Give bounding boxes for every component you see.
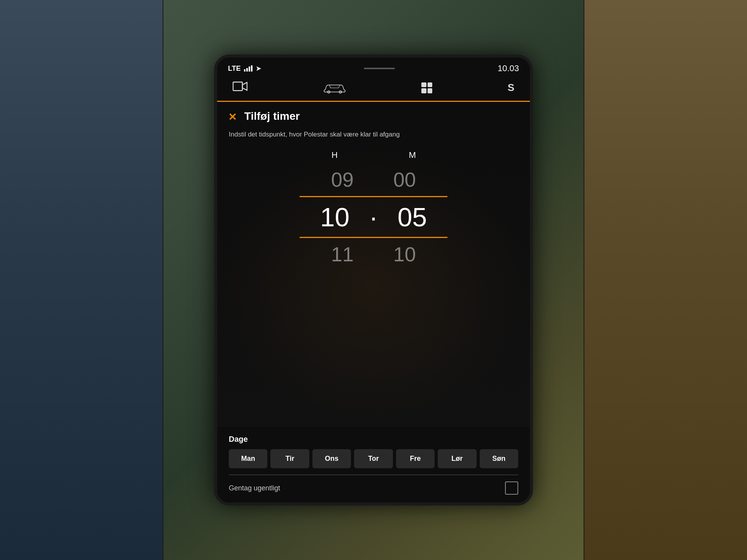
repeat-section: Gentag ugentligt xyxy=(217,475,530,502)
right-seat xyxy=(584,0,747,560)
days-row: Man Tir Ons Tor Fre Lør Søn xyxy=(229,449,518,468)
nav-bar: S xyxy=(217,78,530,101)
signal-icon xyxy=(244,65,253,72)
left-seat xyxy=(0,0,163,560)
hour-above: 09 xyxy=(323,168,362,191)
status-bar: LTE ➤ 10.03 xyxy=(217,58,530,78)
lte-label: LTE xyxy=(228,65,241,73)
time-scroll[interactable]: 09 00 10 · 05 11 10 xyxy=(229,165,518,269)
subtitle: Indstil det tidspunkt, hvor Polestar ska… xyxy=(217,129,530,146)
signal-bar-2 xyxy=(246,68,248,72)
page-title: Tilføj timer xyxy=(244,110,300,122)
close-button[interactable]: × xyxy=(229,110,237,123)
hour-selected[interactable]: 10 xyxy=(316,202,354,232)
location-icon: ➤ xyxy=(256,64,261,73)
grid-cell-2 xyxy=(428,82,433,88)
grid-cell-4 xyxy=(428,88,433,93)
repeat-label: Gentag ugentligt xyxy=(229,484,280,492)
status-center-bar xyxy=(364,68,395,69)
day-lor[interactable]: Lør xyxy=(438,449,476,468)
signal-bar-3 xyxy=(249,66,250,72)
page-header: × Tilføj timer xyxy=(217,102,530,129)
screen: LTE ➤ 10.03 xyxy=(217,58,530,502)
orange-line-bottom xyxy=(300,237,447,238)
signal-bar-4 xyxy=(251,65,253,72)
hour-label: H xyxy=(319,150,350,160)
day-ons[interactable]: Ons xyxy=(312,449,351,468)
day-tor[interactable]: Tor xyxy=(354,449,393,468)
grid-cell-3 xyxy=(421,88,426,93)
status-time: 10.03 xyxy=(498,63,519,74)
video-icon[interactable] xyxy=(233,81,247,94)
day-son[interactable]: Søn xyxy=(480,449,518,468)
device-frame: LTE ➤ 10.03 xyxy=(214,54,533,506)
orange-line-top xyxy=(300,196,447,197)
time-row-above: 09 00 xyxy=(229,165,518,194)
status-left: LTE ➤ xyxy=(228,64,261,73)
minute-label: M xyxy=(397,150,428,160)
days-section: Dage Man Tir Ons Tor Fre Lør Søn xyxy=(217,427,530,474)
nav-s-button[interactable]: S xyxy=(508,82,514,94)
time-row-selected[interactable]: 10 · 05 xyxy=(229,199,518,235)
hm-labels: H M xyxy=(319,150,428,160)
time-dot-separator: · xyxy=(370,202,377,232)
time-row-below: 11 10 xyxy=(229,240,518,269)
grid-icon[interactable] xyxy=(421,82,432,93)
hour-below: 11 xyxy=(323,243,362,266)
minute-below: 10 xyxy=(385,243,424,266)
day-tir[interactable]: Tir xyxy=(270,449,309,468)
svg-rect-0 xyxy=(233,82,242,91)
minute-above: 00 xyxy=(385,168,424,191)
day-fre[interactable]: Fre xyxy=(396,449,435,468)
time-picker: H M 09 00 10 · 05 11 xyxy=(217,146,530,427)
minute-selected[interactable]: 05 xyxy=(393,202,431,232)
car-icon[interactable] xyxy=(323,82,346,94)
day-man[interactable]: Man xyxy=(229,449,267,468)
repeat-checkbox[interactable] xyxy=(505,481,518,495)
days-label: Dage xyxy=(229,435,518,444)
signal-bar-1 xyxy=(244,69,245,72)
svg-marker-1 xyxy=(242,82,247,90)
grid-cell-1 xyxy=(421,82,426,88)
